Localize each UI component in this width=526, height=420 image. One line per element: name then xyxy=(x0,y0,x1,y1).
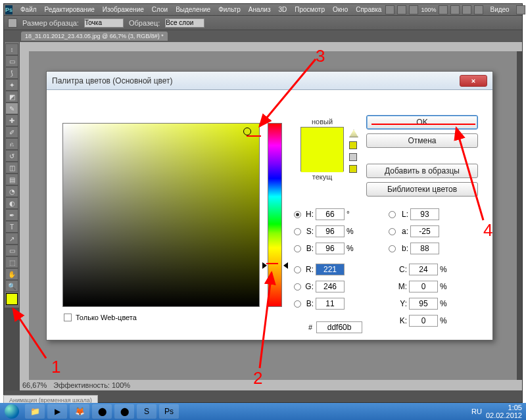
menu-edit[interactable]: Редактирование xyxy=(41,6,99,13)
sample-layers-select[interactable] xyxy=(165,18,204,28)
input-lab-b[interactable] xyxy=(410,243,439,254)
color-libraries-button[interactable]: Библиотеки цветов xyxy=(366,182,478,197)
input-g[interactable] xyxy=(316,281,345,292)
input-s[interactable] xyxy=(316,225,345,237)
cancel-button[interactable]: Отмена xyxy=(366,133,478,148)
radio-b[interactable] xyxy=(294,245,301,252)
workspace-selector[interactable]: Видео xyxy=(490,6,509,13)
menu-select[interactable]: Выделение xyxy=(172,6,214,13)
launch-bridge-icon[interactable] xyxy=(385,5,394,14)
blur-tool[interactable]: ◔ xyxy=(5,185,18,197)
gradient-tool[interactable]: ▤ xyxy=(5,174,18,185)
menu-view[interactable]: Просмотр xyxy=(291,6,329,13)
tray-lang[interactable]: RU xyxy=(471,408,482,415)
start-button[interactable] xyxy=(0,403,24,420)
brush-tool[interactable]: ✐ xyxy=(5,126,18,138)
crop-tool[interactable]: ◩ xyxy=(5,91,18,103)
input-k[interactable] xyxy=(409,315,438,327)
hand-tool[interactable]: ✋ xyxy=(5,268,18,280)
radio-h[interactable] xyxy=(294,211,301,218)
web-only-checkbox[interactable] xyxy=(64,314,72,321)
radio-g[interactable] xyxy=(294,283,301,291)
menu-file[interactable]: Файл xyxy=(16,6,41,13)
radio-lab-b[interactable] xyxy=(389,245,396,252)
input-m[interactable] xyxy=(409,281,438,292)
eraser-tool[interactable]: ◫ xyxy=(5,162,18,174)
mini-bridge-icon[interactable] xyxy=(397,5,406,14)
document-tab[interactable]: 18_31.01.2012_23.43.05.jpg @ 66,7% (3, R… xyxy=(21,32,168,41)
menu-analysis[interactable]: Анализ xyxy=(245,6,275,13)
task-explorer[interactable]: 📁 xyxy=(25,404,45,419)
shape-tool[interactable]: ▭ xyxy=(5,245,18,256)
input-h[interactable] xyxy=(316,208,345,220)
pen-tool[interactable]: ✒ xyxy=(5,209,18,221)
dialog-titlebar[interactable]: Палитра цветов (Основной цвет) × xyxy=(47,72,492,90)
current-color-swatch[interactable] xyxy=(301,150,343,172)
lasso-tool[interactable]: ⟆ xyxy=(5,67,18,79)
input-bb[interactable] xyxy=(316,298,345,310)
new-color-swatch[interactable] xyxy=(301,128,343,150)
ruler-horizontal xyxy=(20,42,522,51)
rotate-icon[interactable] xyxy=(450,5,460,14)
radio-l[interactable] xyxy=(389,211,396,218)
websafe-icon[interactable] xyxy=(349,153,357,161)
cslive-icon[interactable] xyxy=(516,5,525,14)
wand-tool[interactable]: ✦ xyxy=(5,79,18,91)
eyedropper-tool-icon[interactable] xyxy=(8,18,17,28)
menu-3d[interactable]: 3D xyxy=(274,6,291,13)
radio-a[interactable] xyxy=(389,228,396,235)
menu-window[interactable]: Окно xyxy=(329,6,352,13)
menu-filter[interactable]: Фильтр xyxy=(214,6,245,13)
color-field[interactable] xyxy=(62,123,260,307)
menu-layers[interactable]: Слои xyxy=(148,6,172,13)
input-l[interactable] xyxy=(410,208,439,220)
task-media[interactable]: ▶ xyxy=(47,404,67,419)
stamp-tool[interactable]: ⎌ xyxy=(5,138,18,150)
ok-button[interactable]: OK xyxy=(366,115,478,129)
move-tool[interactable]: ↕ xyxy=(5,43,18,55)
eyedropper-tool[interactable]: ✎ xyxy=(5,103,18,114)
task-photoshop[interactable]: Ps xyxy=(159,404,179,419)
hue-slider-arrow-right[interactable] xyxy=(283,262,288,269)
3d-tool[interactable]: ⬚ xyxy=(5,256,18,268)
hue-slider[interactable] xyxy=(268,123,282,307)
input-b[interactable] xyxy=(316,243,345,254)
radio-bb[interactable] xyxy=(294,300,301,308)
path-tool[interactable]: ↗ xyxy=(5,233,18,245)
dialog-close-button[interactable]: × xyxy=(460,75,487,87)
input-hex[interactable] xyxy=(316,321,362,333)
marquee-tool[interactable]: ▭ xyxy=(5,55,18,67)
color-field-cursor[interactable] xyxy=(243,128,251,135)
hand-icon[interactable] xyxy=(439,5,448,14)
add-to-swatches-button[interactable]: Добавить в образцы xyxy=(366,164,478,178)
websafe-color-icon[interactable] xyxy=(349,165,357,173)
menu-image[interactable]: Изображение xyxy=(99,6,148,13)
input-c[interactable] xyxy=(409,264,438,275)
gamut-color-icon[interactable] xyxy=(349,141,357,149)
view-extras-icon[interactable] xyxy=(409,5,418,14)
color-inputs: H:° L: S:% a: B:% b: R: C:% G: M:% B: Y:… xyxy=(294,206,491,329)
zoom-tool[interactable]: 🔍 xyxy=(5,280,18,292)
radio-s[interactable] xyxy=(294,228,301,235)
menu-help[interactable]: Справка xyxy=(352,6,385,13)
foreground-color-swatch[interactable] xyxy=(6,293,18,305)
screen-mode-icon[interactable] xyxy=(474,5,483,14)
task-firefox[interactable]: 🦊 xyxy=(70,404,89,419)
dodge-tool[interactable]: ◐ xyxy=(5,197,18,209)
input-y[interactable] xyxy=(409,298,438,310)
input-a[interactable] xyxy=(410,225,439,237)
out-of-gamut-icon[interactable] xyxy=(349,129,358,137)
type-tool[interactable]: T xyxy=(5,221,18,233)
task-app2[interactable]: ⬤ xyxy=(114,404,134,419)
tray-clock[interactable]: 1:0502.02.2012 xyxy=(486,404,522,419)
sample-size-select[interactable] xyxy=(84,18,124,28)
task-app1[interactable]: ⬤ xyxy=(92,404,112,419)
heal-tool[interactable]: ✚ xyxy=(5,114,18,126)
radio-r[interactable] xyxy=(294,266,301,273)
label-l: L: xyxy=(398,210,408,219)
task-skype[interactable]: S xyxy=(137,404,156,419)
history-brush-tool[interactable]: ↺ xyxy=(5,150,18,162)
arrange-icon[interactable] xyxy=(462,5,471,14)
zoom-display[interactable]: 100% xyxy=(421,7,436,13)
input-r[interactable] xyxy=(316,264,345,275)
